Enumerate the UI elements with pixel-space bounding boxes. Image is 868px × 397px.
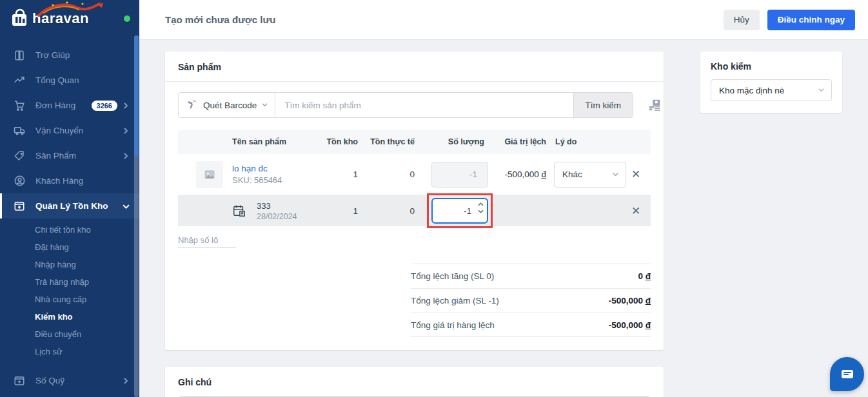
product-name-link[interactable]: lo hạn đc (232, 164, 306, 173)
remove-lot-icon[interactable]: ✕ (626, 201, 646, 220)
submenu-item-lich-su[interactable]: Lịch sử (0, 343, 139, 360)
submenu-item-dat-hang[interactable]: Đặt hàng (0, 238, 139, 256)
col-header-reason: Lý do (550, 137, 626, 146)
sidebar-item-label: Trợ Giúp (35, 50, 129, 60)
actual-stock-value: 0 (362, 169, 419, 179)
submenu-item-nha-cung-cap[interactable]: Nhà cung cấp (0, 291, 139, 308)
chevron-down-icon (262, 102, 268, 108)
total-diff-row: Tổng giá trị hàng lệch -500,000 đ (411, 313, 651, 337)
sidebar-item-label: Quản Lý Tồn Kho (35, 201, 123, 211)
inventory-box-icon (13, 200, 26, 213)
total-value: -500,000 đ (609, 296, 651, 305)
quantity-input-disabled (431, 162, 488, 188)
lot-expiry-date: 28/02/2024 (257, 212, 297, 221)
chevron-right-icon (123, 102, 129, 109)
tag-icon (13, 150, 26, 162)
barcode-mode-label: Quét Barcode (203, 101, 257, 110)
sidebar-item-label: Sản Phẩm (35, 151, 123, 160)
sidebar-item-label: Đơn Hàng (35, 101, 92, 110)
page-title: Tạo mới chưa được lưu (165, 14, 724, 25)
sidebar-item-san-pham[interactable]: Sản Phẩm (0, 143, 139, 168)
product-search-input[interactable] (275, 93, 573, 117)
sidebar-item-van-chuyen[interactable]: Vận Chuyển (0, 118, 139, 143)
sidebar-item-khuyen-mai[interactable]: Khuyến Mãi (0, 393, 139, 397)
product-sku: SKU: 565464 (232, 175, 306, 185)
submenu-item-tra-hang-nhap[interactable]: Trả hàng nhập (0, 273, 139, 291)
sidebar-item-quan-ly-ton-kho[interactable]: Quản Lý Tồn Kho (0, 193, 139, 218)
total-value: -500,000 đ (609, 320, 651, 330)
divider (165, 81, 664, 82)
lot-actual-value: 0 (362, 206, 419, 216)
search-button[interactable]: Tìm kiếm (573, 93, 633, 117)
warehouse-panel: Kho kiểm Kho mặc định nè (700, 52, 842, 113)
warehouse-selected-value: Kho mặc định nè (719, 86, 784, 95)
barcode-scanner-icon (186, 99, 198, 111)
total-label: Tổng giá trị hàng lệch (411, 320, 495, 330)
diff-value: -500,000 đ (488, 169, 550, 179)
chevron-down-icon (818, 87, 825, 93)
adjust-now-button[interactable]: Điều chỉnh ngay (767, 10, 855, 30)
chart-trend-icon (13, 74, 26, 87)
total-label: Tổng lệch tăng (SL 0) (411, 271, 494, 281)
col-header-name: Tên sản phẩm (232, 137, 306, 146)
notes-card: Ghi chú (165, 367, 664, 397)
remove-product-icon[interactable]: ✕ (626, 165, 646, 184)
sidebar-nav: Trợ Giúp Tổng Quan Đơn Hàng 3266 Vận Chu… (0, 43, 139, 397)
chevron-down-icon (123, 203, 129, 209)
cancel-button[interactable]: Hủy (724, 10, 760, 30)
truck-icon (13, 124, 26, 137)
chat-launcher-button[interactable] (830, 357, 864, 391)
lot-stock-value: 1 (306, 206, 362, 216)
reason-dropdown[interactable]: Khác (554, 162, 626, 188)
chevron-down-icon (613, 171, 619, 178)
add-lot-row (178, 226, 651, 255)
online-status-dot (124, 15, 130, 22)
barcode-mode-dropdown[interactable]: Quét Barcode (179, 93, 275, 117)
lot-calendar-icon (232, 204, 246, 218)
submenu-item-kiem-kho[interactable]: Kiểm kho (0, 308, 139, 325)
search-box: Quét Barcode Tìm kiếm (178, 92, 633, 118)
sidebar-item-tong-quan[interactable]: Tổng Quan (0, 68, 139, 93)
notes-section-title: Ghi chú (178, 377, 651, 387)
col-header-actual: Tồn thực tế (362, 137, 419, 146)
orders-count-badge: 3266 (92, 101, 117, 111)
product-row: lo hạn đc SKU: 565464 1 0 -500,000 đ (178, 154, 651, 195)
sidebar-item-so-quy[interactable]: Số Quỹ (0, 368, 139, 393)
product-image-placeholder (196, 161, 223, 188)
products-card: Sản phẩm Quét Barcode (165, 52, 664, 350)
sidebar-item-khach-hang[interactable]: Khách Hàng (0, 168, 139, 193)
chat-icon (840, 367, 855, 382)
inventory-submenu: Chi tiết tồn kho Đặt hàng Nhập hàng Trả … (0, 218, 139, 364)
submenu-item-dieu-chuyen[interactable]: Điều chuyển (0, 325, 139, 343)
total-increase-row: Tổng lệch tăng (SL 0) 0 đ (411, 264, 651, 288)
currency-symbol: đ (541, 169, 546, 179)
number-stepper[interactable] (478, 202, 484, 213)
stepper-up-icon (478, 202, 484, 206)
brand-logo[interactable]: haravan (0, 0, 139, 37)
sidebar-item-don-hang[interactable]: Đơn Hàng 3266 (0, 93, 139, 118)
brand-name: haravan (32, 10, 89, 27)
sidebar: haravan Trợ Giúp Tổng Quan (0, 0, 139, 397)
warehouse-dropdown[interactable]: Kho mặc định nè (711, 79, 832, 101)
total-decrease-row: Tổng lệch giảm (SL -1) -500,000 đ (411, 288, 651, 313)
sidebar-scrollbar-thumb[interactable] (134, 35, 139, 157)
products-section-title: Sản phẩm (178, 62, 651, 72)
topbar: Tạo mới chưa được lưu Hủy Điều chỉnh nga… (139, 0, 868, 40)
table-header-row: Tên sản phẩm Tồn kho Tồn thực tế Số lượn… (178, 130, 651, 154)
submenu-item-nhap-hang[interactable]: Nhập hàng (0, 256, 139, 273)
total-value: 0 đ (638, 271, 651, 281)
user-icon (13, 175, 26, 188)
sidebar-item-tro-giup[interactable]: Trợ Giúp (0, 43, 139, 68)
print-barcode-icon[interactable] (647, 98, 662, 112)
total-label: Tổng lệch giảm (SL -1) (411, 296, 499, 305)
warehouse-panel-title: Kho kiểm (711, 61, 832, 72)
stepper-down-icon (478, 209, 484, 213)
col-header-qty: Số lượng (419, 137, 488, 146)
sidebar-item-label: Tổng Quan (35, 75, 129, 85)
sidebar-item-label: Vận Chuyển (35, 126, 123, 135)
chevron-right-icon (123, 153, 129, 159)
col-header-stock: Tồn kho (306, 137, 362, 146)
lot-number-input[interactable] (178, 233, 236, 248)
submenu-item-chi-tiet-ton-kho[interactable]: Chi tiết tồn kho (0, 221, 139, 238)
col-header-diff: Giá trị lệch (488, 137, 550, 146)
